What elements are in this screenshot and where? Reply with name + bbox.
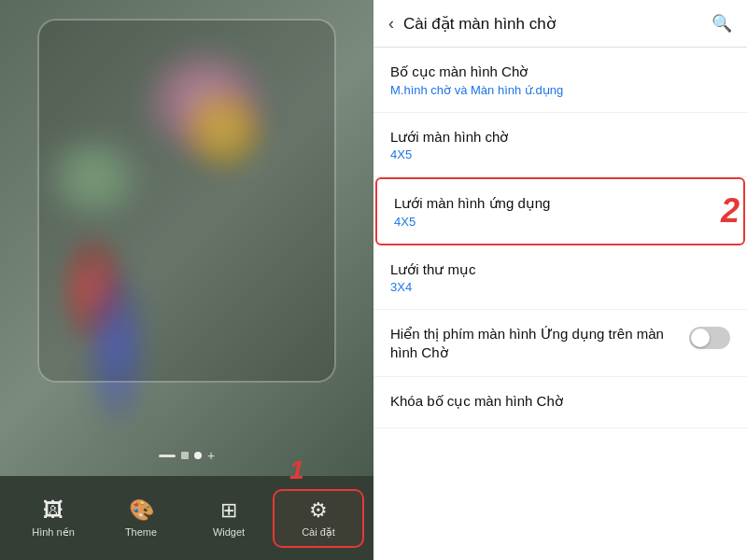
bo-cuc-subtitle: M.hình chờ và Màn hình ứ.dụng bbox=[390, 83, 730, 97]
dot-plus: + bbox=[207, 449, 215, 462]
wallpaper-area bbox=[0, 0, 374, 476]
widget-label: Widget bbox=[213, 526, 245, 538]
theme-icon: 🎨 bbox=[129, 498, 154, 523]
luoi-man-hinh-subtitle: 4X5 bbox=[390, 147, 730, 161]
hien-thi-text: Hiển thị phím màn hình Ứng dụng trên màn… bbox=[390, 325, 689, 361]
search-button[interactable]: 🔍 bbox=[712, 13, 732, 34]
phone-frame bbox=[37, 19, 336, 383]
hien-thi-toggle[interactable] bbox=[689, 327, 730, 349]
theme-label: Theme bbox=[125, 526, 157, 538]
luoi-ung-dung-title: Lưới màn hình ứng dụng bbox=[394, 194, 726, 213]
dots-bar: + bbox=[0, 449, 374, 462]
back-button[interactable]: ‹ bbox=[388, 14, 394, 34]
luoi-ung-dung-subtitle: 4X5 bbox=[394, 215, 726, 229]
bottom-nav: 🖼 Hình nền 🎨 Theme ⊞ Widget ⚙ Cài đặt bbox=[0, 476, 374, 560]
cai-dat-label: Cài đặt bbox=[302, 526, 335, 539]
nav-item-widget[interactable]: ⊞ Widget bbox=[185, 491, 273, 545]
nav-item-hinh-nen[interactable]: 🖼 Hình nền bbox=[9, 491, 97, 546]
khoa-bo-cuc-title: Khóa bố cục màn hình Chờ bbox=[390, 392, 730, 411]
luoi-thu-muc-title: Lưới thư mục bbox=[390, 260, 730, 279]
hinh-nen-icon: 🖼 bbox=[43, 498, 63, 523]
hinh-nen-label: Hình nền bbox=[32, 526, 75, 539]
luoi-thu-muc-subtitle: 3X4 bbox=[390, 280, 730, 294]
settings-item-luoi-thu-muc[interactable]: Lưới thư mục 3X4 bbox=[374, 245, 747, 311]
settings-item-khoa-bo-cuc[interactable]: Khóa bố cục màn hình Chờ bbox=[374, 377, 747, 428]
left-panel: + 1 🖼 Hình nền 🎨 Theme ⊞ Widget ⚙ Cài đặ… bbox=[0, 0, 374, 560]
cai-dat-icon: ⚙ bbox=[309, 498, 328, 523]
settings-item-bo-cuc[interactable]: Bố cục màn hình Chờ M.hình chờ và Màn hì… bbox=[374, 48, 747, 113]
header-left: ‹ Cài đặt màn hình chờ bbox=[388, 14, 556, 34]
settings-list: Bố cục màn hình Chờ M.hình chờ và Màn hì… bbox=[374, 48, 747, 560]
badge-2: 2 bbox=[721, 191, 740, 231]
highlighted-wrapper: Lưới màn hình ứng dụng 4X5 2 bbox=[374, 177, 747, 245]
widget-icon: ⊞ bbox=[220, 498, 237, 523]
nav-item-theme[interactable]: 🎨 Theme bbox=[97, 491, 185, 545]
luoi-man-hinh-title: Lưới màn hình chờ bbox=[390, 128, 730, 147]
dot-square bbox=[181, 452, 189, 459]
hien-thi-title: Hiển thị phím màn hình Ứng dụng trên màn… bbox=[390, 325, 678, 361]
settings-item-luoi-ung-dung[interactable]: Lưới màn hình ứng dụng 4X5 bbox=[375, 177, 745, 245]
dot-circle bbox=[194, 452, 202, 459]
bo-cuc-title: Bố cục màn hình Chờ bbox=[390, 63, 730, 81]
page-title: Cài đặt màn hình chờ bbox=[403, 14, 556, 34]
settings-item-luoi-man-hinh[interactable]: Lưới màn hình chờ 4X5 bbox=[374, 113, 747, 178]
right-panel: ‹ Cài đặt màn hình chờ 🔍 Bố cục màn hình… bbox=[374, 0, 747, 560]
dot-dash bbox=[159, 455, 176, 457]
settings-item-hien-thi[interactable]: Hiển thị phím màn hình Ứng dụng trên màn… bbox=[374, 310, 747, 377]
nav-item-cai-dat[interactable]: ⚙ Cài đặt bbox=[273, 489, 364, 548]
settings-header: ‹ Cài đặt màn hình chờ 🔍 bbox=[374, 0, 747, 48]
badge-1: 1 bbox=[289, 455, 304, 485]
